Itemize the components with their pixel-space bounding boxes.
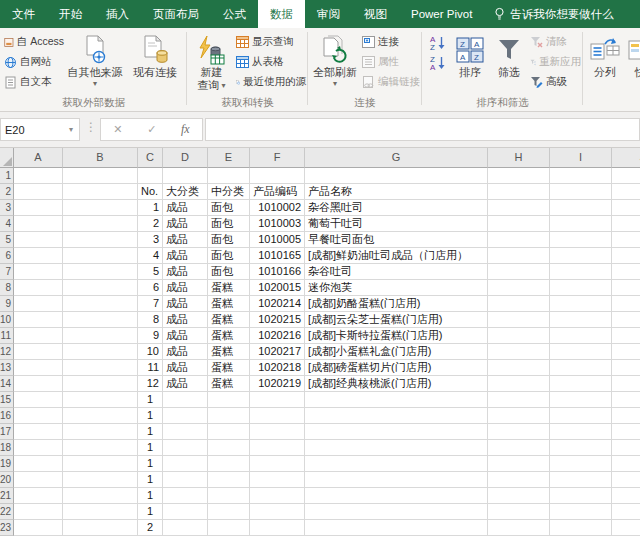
cell-C6[interactable]: 4	[138, 248, 163, 264]
clear-filter-button[interactable]: 清除	[528, 32, 583, 52]
cell-A9[interactable]	[14, 296, 63, 312]
cell-B1[interactable]	[63, 168, 138, 184]
cell-E12[interactable]: 蛋糕	[208, 344, 250, 360]
cell-C21[interactable]: 1	[138, 488, 163, 504]
cell-A19[interactable]	[14, 456, 63, 472]
cell-A1[interactable]	[14, 168, 63, 184]
cell-J10[interactable]	[612, 312, 640, 328]
cell-J16[interactable]	[612, 408, 640, 424]
sort-ascending-button[interactable]: AZ	[427, 32, 448, 52]
ribbon-tab-file[interactable]: 文件	[0, 0, 47, 28]
cell-E2[interactable]: 中分类	[208, 184, 250, 200]
cell-B19[interactable]	[63, 456, 138, 472]
cell-G12[interactable]: [成都]小蛋糕礼盒(门店用)	[305, 344, 488, 360]
cell-F3[interactable]: 1010002	[250, 200, 305, 216]
cell-A10[interactable]	[14, 312, 63, 328]
cell-J9[interactable]	[612, 296, 640, 312]
cell-H10[interactable]	[488, 312, 550, 328]
cell-J15[interactable]	[612, 392, 640, 408]
cell-G10[interactable]: [成都]云朵芝士蛋糕(门店用)	[305, 312, 488, 328]
cell-H8[interactable]	[488, 280, 550, 296]
row-header-13[interactable]: 13	[0, 360, 14, 376]
cell-D22[interactable]	[163, 504, 208, 520]
cell-B13[interactable]	[63, 360, 138, 376]
cell-C12[interactable]: 10	[138, 344, 163, 360]
cell-H11[interactable]	[488, 328, 550, 344]
existing-connections-button[interactable]: 现有连接	[124, 30, 186, 95]
ribbon-tab-view[interactable]: 视图	[352, 0, 399, 28]
cell-B23[interactable]	[63, 520, 138, 536]
advanced-filter-button[interactable]: 高级	[528, 72, 583, 92]
cell-E5[interactable]: 面包	[208, 232, 250, 248]
cell-H16[interactable]	[488, 408, 550, 424]
properties-button[interactable]: 属性	[360, 52, 422, 72]
cell-C19[interactable]: 1	[138, 456, 163, 472]
cell-I3[interactable]	[550, 200, 612, 216]
cell-C7[interactable]: 5	[138, 264, 163, 280]
row-header-16[interactable]: 16	[0, 408, 14, 424]
tell-me-box[interactable]: 告诉我你想要做什么	[484, 0, 624, 28]
row-header-14[interactable]: 14	[0, 376, 14, 392]
cell-D8[interactable]: 成品	[163, 280, 208, 296]
cell-F17[interactable]	[250, 424, 305, 440]
row-header-19[interactable]: 19	[0, 456, 14, 472]
cell-F10[interactable]: 1020215	[250, 312, 305, 328]
cell-A2[interactable]	[14, 184, 63, 200]
cell-E16[interactable]	[208, 408, 250, 424]
cell-A4[interactable]	[14, 216, 63, 232]
cell-H23[interactable]	[488, 520, 550, 536]
cell-C4[interactable]: 2	[138, 216, 163, 232]
cell-D16[interactable]	[163, 408, 208, 424]
cell-B22[interactable]	[63, 504, 138, 520]
row-header-9[interactable]: 9	[0, 296, 14, 312]
cell-F11[interactable]: 1020216	[250, 328, 305, 344]
cell-F14[interactable]: 1020219	[250, 376, 305, 392]
cell-H15[interactable]	[488, 392, 550, 408]
show-queries-button[interactable]: 显示查询	[234, 32, 308, 52]
cell-A11[interactable]	[14, 328, 63, 344]
row-header-6[interactable]: 6	[0, 248, 14, 264]
row-header-3[interactable]: 3	[0, 200, 14, 216]
cell-F6[interactable]: 1010165	[250, 248, 305, 264]
cell-F7[interactable]: 1010166	[250, 264, 305, 280]
cell-J11[interactable]	[612, 328, 640, 344]
new-query-button[interactable]: 新建 查询 ▾	[189, 30, 234, 95]
cell-I17[interactable]	[550, 424, 612, 440]
text-to-columns-button[interactable]: 分列	[585, 30, 625, 95]
cell-A6[interactable]	[14, 248, 63, 264]
cell-A7[interactable]	[14, 264, 63, 280]
cell-H3[interactable]	[488, 200, 550, 216]
cell-F5[interactable]: 1010005	[250, 232, 305, 248]
column-header-E[interactable]: E	[208, 148, 250, 168]
cell-H18[interactable]	[488, 440, 550, 456]
cell-E14[interactable]: 蛋糕	[208, 376, 250, 392]
cell-C15[interactable]: 1	[138, 392, 163, 408]
cell-J1[interactable]	[612, 168, 640, 184]
cell-J20[interactable]	[612, 472, 640, 488]
cell-A18[interactable]	[14, 440, 63, 456]
cell-E11[interactable]: 蛋糕	[208, 328, 250, 344]
cell-G19[interactable]	[305, 456, 488, 472]
recent-sources-button[interactable]: 最近使用的源	[234, 72, 308, 92]
cell-I8[interactable]	[550, 280, 612, 296]
cell-G7[interactable]: 杂谷吐司	[305, 264, 488, 280]
cell-J7[interactable]	[612, 264, 640, 280]
cell-D9[interactable]: 成品	[163, 296, 208, 312]
cell-F21[interactable]	[250, 488, 305, 504]
column-header-A[interactable]: A	[14, 148, 63, 168]
column-header-I[interactable]: I	[550, 148, 612, 168]
row-header-7[interactable]: 7	[0, 264, 14, 280]
cell-D5[interactable]: 成品	[163, 232, 208, 248]
row-header-11[interactable]: 11	[0, 328, 14, 344]
cell-I6[interactable]	[550, 248, 612, 264]
cell-B3[interactable]	[63, 200, 138, 216]
cell-J14[interactable]	[612, 376, 640, 392]
cell-D10[interactable]: 成品	[163, 312, 208, 328]
cell-C18[interactable]: 1	[138, 440, 163, 456]
cell-H13[interactable]	[488, 360, 550, 376]
cell-E20[interactable]	[208, 472, 250, 488]
row-header-15[interactable]: 15	[0, 392, 14, 408]
select-all-corner[interactable]	[0, 148, 14, 168]
cell-F15[interactable]	[250, 392, 305, 408]
cell-D18[interactable]	[163, 440, 208, 456]
